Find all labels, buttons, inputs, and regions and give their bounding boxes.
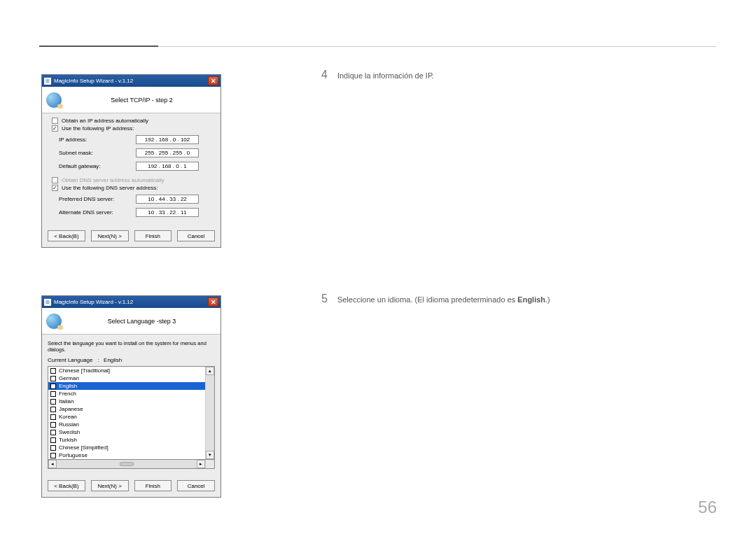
next-button[interactable]: Next(N) > [91,230,129,241]
scroll-track[interactable] [57,460,197,468]
scroll-left-button[interactable]: ◂ [48,460,57,468]
horizontal-scrollbar[interactable]: ◂ ▸ [48,460,215,469]
language-label: French [59,391,76,397]
radio-use-following-dns[interactable]: ✓ Use the following DNS server address: [48,185,215,192]
back-button[interactable]: < Back(B) [48,230,85,241]
close-button[interactable]: ✕ [208,76,218,85]
language-list-item[interactable]: English [48,382,205,390]
current-language-value: English [104,357,122,363]
step-text-bold: English [517,295,545,304]
window-title: MagicInfo Setup Wizard - v.1.12 [54,78,205,84]
titlebar[interactable]: ⊞ MagicInfo Setup Wizard - v.1.12 ✕ [42,75,220,87]
checkbox-icon [50,437,56,443]
language-list-item[interactable]: Russian [48,421,205,428]
language-list-item[interactable]: Chinese [Traditional] [48,367,205,374]
scroll-corner [205,460,214,468]
radio-obtain-auto[interactable]: Obtain an IP address automatically [48,118,215,125]
field-label: Alternate DNS server: [59,209,136,216]
language-listbox[interactable]: Chinese [Traditional]GermanEnglishFrench… [48,366,215,460]
radio-use-following-ip[interactable]: ✓ Use the following IP address: [48,125,215,133]
language-list-item[interactable]: German [48,374,205,382]
alternate-dns-row: Alternate DNS server: 10 . 33 . 22 . 11 [48,206,215,219]
ip-address-input[interactable]: 192 . 168 . 0 . 102 [136,135,199,144]
language-label: Russian [59,421,79,428]
language-label: Chinese [Traditional] [59,367,110,374]
step-number: 5 [321,293,328,305]
scroll-up-button[interactable]: ▴ [206,367,214,375]
language-list-item[interactable]: Korean [48,413,205,421]
language-label: Swedish [59,429,80,435]
button-row: < Back(B) Next(N) > Finish Cancel [42,225,220,247]
dialog-header-title: Select TCP/IP - step 2 [67,97,216,104]
next-button[interactable]: Next(N) > [91,480,129,491]
step-text: Seleccione un idioma. (El idioma predete… [337,293,550,304]
language-list-item[interactable]: Portuguese [48,451,205,459]
language-list-item[interactable]: Japanese [48,405,205,413]
alternate-dns-input[interactable]: 10 . 33 . 22 . 11 [136,208,199,217]
preferred-dns-row: Preferred DNS server: 10 . 44 . 33 . 22 [48,192,215,206]
radio-obtain-dns-auto: Obtain DNS server address automatically [48,177,215,185]
language-items: Chinese [Traditional]GermanEnglishFrench… [48,367,205,459]
scroll-right-button[interactable]: ▸ [197,460,205,468]
checkbox-icon [50,453,56,458]
header-rule-dark [39,45,158,47]
step-text: Indique la información de IP. [337,69,434,80]
back-button[interactable]: < Back(B) [48,480,85,491]
app-icon: ⊞ [44,78,51,85]
language-list-item[interactable]: Swedish [48,428,205,436]
checkbox-icon [52,177,58,183]
language-list-item[interactable]: Chinese [Simplified] [48,444,205,451]
checkbox-icon [50,407,56,412]
language-label: Turkish [59,437,77,443]
subnet-mask-input[interactable]: 255 . 255 . 255 . 0 [136,148,199,157]
checkbox-icon [50,391,56,397]
checkbox-icon [50,399,56,405]
close-button[interactable]: ✕ [208,297,218,307]
current-language-row: Current Language : English [48,357,215,366]
radio-label: Obtain an IP address automatically [62,118,148,124]
cancel-button[interactable]: Cancel [177,230,215,241]
default-gateway-row: Default gateway: 192 . 168 . 0 . 1 [48,160,215,173]
preferred-dns-input[interactable]: 10 . 44 . 33 . 22 [136,195,199,204]
field-label: IP address: [59,136,136,143]
field-label: Default gateway: [59,163,136,169]
titlebar[interactable]: ⊞ MagicInfo Setup Wizard - v.1.12 ✕ [42,296,220,308]
dialog-body: Select the language you want to install … [42,335,220,475]
step-number: 4 [321,69,328,81]
button-row: < Back(B) Next(N) > Finish Cancel [42,475,220,497]
scroll-thumb[interactable] [120,462,134,466]
language-list-item[interactable]: Turkish [48,436,205,444]
dialog-language: ⊞ MagicInfo Setup Wizard - v.1.12 ✕ Sele… [41,295,221,498]
checkbox-icon [50,445,56,451]
language-label: German [59,375,79,381]
globe-icon [46,92,62,108]
language-list-item[interactable]: Italian [48,398,205,405]
radio-label: Obtain DNS server address automatically [62,177,164,183]
cancel-button[interactable]: Cancel [177,480,215,491]
checkbox-icon [50,422,56,428]
dialog-header-title: Select Language -step 3 [67,318,216,325]
language-label: Korean [59,414,77,420]
current-language-label: Current Language [48,357,93,363]
window-title: MagicInfo Setup Wizard - v.1.12 [54,299,205,305]
checkbox-icon: ✓ [52,185,58,191]
language-list-item[interactable]: French [48,390,205,398]
checkbox-icon: ✓ [52,125,58,132]
step-5: 5 Seleccione un idioma. (El idioma prede… [321,293,550,305]
dialog-body: Obtain an IP address automatically ✓ Use… [42,113,220,225]
scroll-down-button[interactable]: ▾ [206,451,214,459]
language-label: Portuguese [59,452,88,458]
field-label: Preferred DNS server: [59,196,136,202]
vertical-scrollbar[interactable]: ▴ ▾ [205,367,214,459]
scroll-track[interactable] [206,375,214,451]
ip-address-row: IP address: 192 . 168 . 0 . 102 [48,133,215,146]
subnet-mask-row: Subnet mask: 255 . 255 . 255 . 0 [48,146,215,160]
finish-button[interactable]: Finish [134,480,172,491]
checkbox-icon [52,118,58,124]
step-4: 4 Indique la información de IP. [321,69,434,81]
dialog-tcpip: ⊞ MagicInfo Setup Wizard - v.1.12 ✕ Sele… [41,74,221,248]
language-label: Italian [59,398,74,405]
language-label: Japanese [59,406,83,412]
default-gateway-input[interactable]: 192 . 168 . 0 . 1 [136,162,199,171]
finish-button[interactable]: Finish [134,230,172,241]
